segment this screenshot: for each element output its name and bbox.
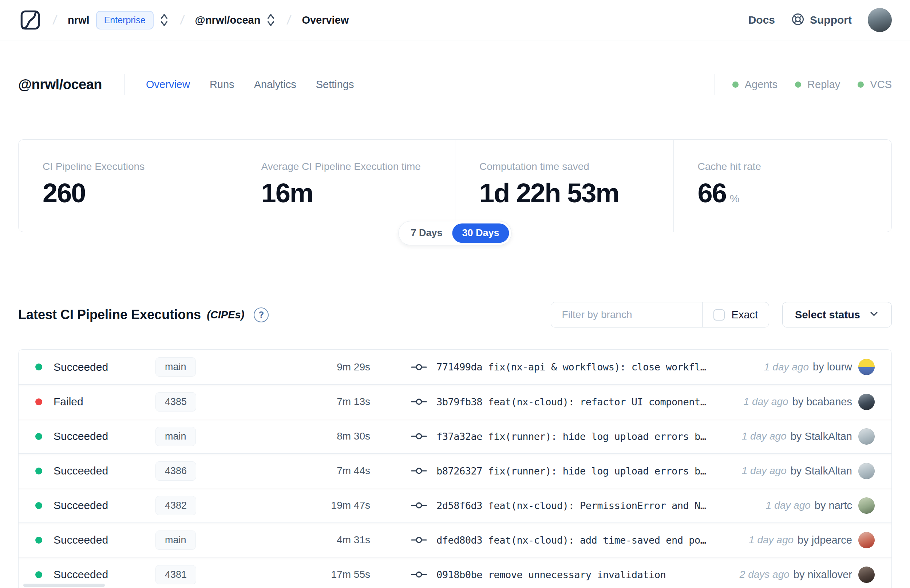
cipe-section-header: Latest CI Pipeline Executions (CIPEs) ? … xyxy=(18,302,892,328)
branch-badge[interactable]: 4385 xyxy=(155,392,196,412)
branch-badge[interactable]: main xyxy=(155,427,196,446)
enterprise-badge: Enterprise xyxy=(96,11,154,29)
git-commit-icon xyxy=(411,501,427,510)
tab-analytics[interactable]: Analytics xyxy=(254,79,296,90)
commit-text[interactable]: 3b79fb38 feat(nx-cloud): refactor UI com… xyxy=(436,396,706,407)
workspace-tabs: Overview Runs Analytics Settings xyxy=(146,79,354,90)
table-row[interactable]: Succeeded main 9m 29s 771499da fix(nx-ap… xyxy=(19,350,891,384)
table-row[interactable]: Succeeded 4386 7m 44s b8726327 fix(runne… xyxy=(19,453,891,488)
status-dot xyxy=(35,433,42,440)
stat-label: CI Pipeline Executions xyxy=(43,161,213,173)
author: by nixallover xyxy=(794,569,852,581)
branch-badge[interactable]: 4381 xyxy=(155,565,196,584)
branch-badge[interactable]: main xyxy=(155,357,196,376)
meta-cell: 1 day ago by StalkAltan xyxy=(742,463,875,479)
support-link[interactable]: Support xyxy=(791,12,852,27)
status-dot xyxy=(732,81,739,88)
exact-match-toggle[interactable]: Exact xyxy=(702,302,769,327)
nx-cloud-logo-icon[interactable] xyxy=(18,8,42,32)
breadcrumb-workspace[interactable]: @nrwl/ocean xyxy=(195,14,260,26)
stat-value: 16m xyxy=(261,181,432,212)
author-avatar[interactable] xyxy=(858,532,875,548)
commit-cell: 2d58f6d3 feat(nx-cloud): PermissionError… xyxy=(411,500,766,511)
divider xyxy=(124,74,125,95)
commit-hash: 2d58f6d3 xyxy=(436,500,482,511)
section-subtitle: (CIPEs) xyxy=(207,309,244,321)
author-avatar[interactable] xyxy=(858,394,875,410)
branch-badge[interactable]: main xyxy=(155,530,196,550)
breadcrumb: / nrwl Enterprise / @nrwl/ocean / Overvi… xyxy=(18,8,349,32)
tab-overview[interactable]: Overview xyxy=(146,79,190,90)
author-avatar[interactable] xyxy=(858,498,875,514)
breadcrumb-org[interactable]: nrwl xyxy=(68,14,89,26)
range-30-days-button[interactable]: 30 Days xyxy=(452,223,509,243)
meta-cell: 2 days ago by nixallover xyxy=(740,567,875,583)
breadcrumb-separator: / xyxy=(52,12,58,27)
commit-hash: dfed80d3 xyxy=(436,535,482,546)
branch-filter-input[interactable] xyxy=(551,302,702,327)
commit-text[interactable]: 2d58f6d3 feat(nx-cloud): PermissionError… xyxy=(436,500,706,511)
tab-settings[interactable]: Settings xyxy=(316,79,354,90)
commit-hash: 771499da xyxy=(436,361,482,373)
time-ago: 1 day ago xyxy=(742,465,787,477)
breadcrumb-separator: / xyxy=(286,12,292,27)
horizontal-scrollbar-thumb[interactable] xyxy=(23,584,105,587)
date-range-toggle: 7 Days 30 Days xyxy=(398,221,511,245)
stat-value: 260 xyxy=(43,181,213,212)
author: by lourw xyxy=(813,361,852,373)
stat-average-execution-time: Average CI Pipeline Execution time 16m xyxy=(237,140,455,232)
branch-badge[interactable]: 4382 xyxy=(155,496,196,515)
stat-computation-time-saved: Computation time saved 1d 22h 53m xyxy=(455,140,673,232)
cipe-table: Succeeded main 9m 29s 771499da fix(nx-ap… xyxy=(18,349,892,588)
status-dot xyxy=(35,502,42,509)
table-row[interactable]: Succeeded main 8m 30s f37a32ae fix(runne… xyxy=(19,419,891,453)
docs-link[interactable]: Docs xyxy=(748,14,775,26)
status-label: Succeeded xyxy=(53,499,108,512)
status-label: Succeeded xyxy=(53,465,108,477)
status-cell: Succeeded xyxy=(35,534,155,546)
author-avatar[interactable] xyxy=(858,567,875,583)
commit-message: feat(nx-cloud): PermissionError and N… xyxy=(488,500,706,511)
section-title: Latest CI Pipeline Executions xyxy=(18,307,201,322)
stat-value: 1d 22h 53m xyxy=(479,181,650,212)
commit-text[interactable]: dfed80d3 feat(nx-cloud): add time-saved … xyxy=(436,535,706,546)
commit-text[interactable]: 0918b0be remove unnecessary invalidation xyxy=(436,569,666,580)
table-row[interactable]: Succeeded 4382 19m 47s 2d58f6d3 feat(nx-… xyxy=(19,488,891,522)
status-cell: Succeeded xyxy=(35,569,155,581)
help-icon[interactable]: ? xyxy=(254,307,268,322)
nav-actions: Docs Support xyxy=(748,8,892,32)
commit-cell: b8726327 fix(runner): hide log upload er… xyxy=(411,465,742,477)
table-row[interactable]: Failed 4385 7m 13s 3b79fb38 feat(nx-clou… xyxy=(19,384,891,419)
stat-ci-pipeline-executions: CI Pipeline Executions 260 xyxy=(19,140,237,232)
branch-cell: main xyxy=(155,427,245,446)
service-agents[interactable]: Agents xyxy=(732,79,777,90)
status-select-dropdown[interactable]: Select status xyxy=(782,302,892,328)
range-7-days-button[interactable]: 7 Days xyxy=(401,223,452,243)
commit-text[interactable]: f37a32ae fix(runner): hide log upload er… xyxy=(436,431,706,442)
git-commit-icon xyxy=(411,362,427,372)
workspace-switcher-chevron-up-down-icon[interactable] xyxy=(265,12,276,27)
status-label: Succeeded xyxy=(53,430,108,443)
service-replay[interactable]: Replay xyxy=(795,79,840,90)
author-avatar[interactable] xyxy=(858,359,875,375)
branch-filter-group: Exact xyxy=(551,302,769,328)
tab-runs[interactable]: Runs xyxy=(210,79,234,90)
author-avatar[interactable] xyxy=(858,463,875,479)
commit-text[interactable]: b8726327 fix(runner): hide log upload er… xyxy=(436,465,706,477)
author-avatar[interactable] xyxy=(858,428,875,445)
service-vcs[interactable]: VCS xyxy=(858,79,892,90)
commit-message: fix(runner): hide log upload errors b… xyxy=(488,465,706,477)
table-row[interactable]: Succeeded 4381 17m 55s 0918b0be remove u… xyxy=(19,557,891,588)
git-commit-icon xyxy=(411,431,427,441)
commit-cell: 0918b0be remove unnecessary invalidation xyxy=(411,569,740,580)
user-avatar[interactable] xyxy=(868,8,892,32)
status-dot xyxy=(35,399,42,405)
org-switcher-chevron-up-down-icon[interactable] xyxy=(159,12,170,27)
meta-cell: 1 day ago by bcabanes xyxy=(744,394,875,410)
commit-hash: b8726327 xyxy=(436,465,482,477)
branch-badge[interactable]: 4386 xyxy=(155,461,196,481)
exact-checkbox[interactable] xyxy=(713,309,725,321)
commit-cell: 771499da fix(nx-api & workflows): close … xyxy=(411,361,764,373)
commit-text[interactable]: 771499da fix(nx-api & workflows): close … xyxy=(436,361,706,373)
table-row[interactable]: Succeeded main 4m 31s dfed80d3 feat(nx-c… xyxy=(19,522,891,557)
